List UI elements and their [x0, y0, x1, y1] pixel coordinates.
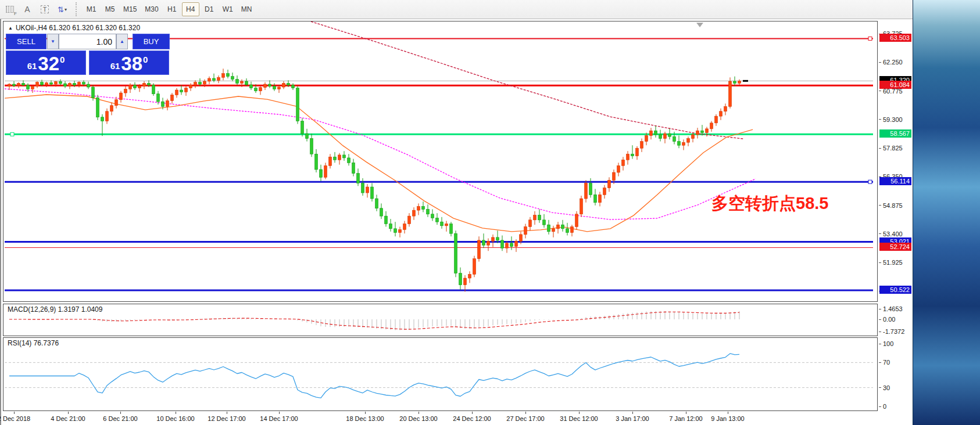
candle-body	[534, 215, 537, 219]
macd-pane[interactable]: MACD(12,26,9) 1.3197 1.0409	[3, 304, 878, 336]
price-badge-58.567: 58.567	[879, 129, 911, 138]
timeframe-M30[interactable]: M30	[141, 2, 162, 16]
price-axis[interactable]: 63.72562.25060.77559.30057.82556.35054.8…	[879, 21, 913, 411]
text-label-icon[interactable]: A	[20, 2, 35, 16]
candle-body	[636, 148, 639, 156]
candle-body	[496, 237, 499, 240]
price-tick: 51.925	[879, 258, 911, 266]
sell-price-button[interactable]: 61 32 0	[6, 51, 86, 75]
candle-body	[557, 225, 560, 229]
candle-body	[468, 274, 471, 278]
candle-body	[538, 215, 541, 219]
text-box-icon[interactable]: T	[37, 2, 52, 16]
collapse-icon[interactable]: ▲	[8, 26, 13, 31]
timeframe-M1[interactable]: M1	[83, 2, 100, 16]
volume-decrease-button[interactable]: ▼	[47, 34, 59, 49]
price-tick: 59.300	[879, 116, 911, 124]
candle-body	[22, 83, 25, 85]
candle-body	[650, 131, 653, 135]
time-axis[interactable]: 2 Dec 20184 Dec 21:006 Dec 21:0010 Dec 1…	[3, 412, 878, 425]
candle-body	[431, 214, 434, 218]
candle-body	[87, 84, 90, 87]
candle-body	[585, 183, 588, 199]
candle-body	[450, 224, 453, 233]
line-handle[interactable]	[868, 180, 872, 183]
candle-body	[73, 83, 76, 85]
candles	[8, 69, 741, 291]
candle-body	[603, 188, 606, 195]
rsi-axis-tick: 100	[879, 340, 911, 348]
arrange-icon[interactable]: ⇅▾	[55, 2, 70, 16]
line-handle[interactable]	[10, 132, 14, 136]
candle-body	[287, 83, 290, 85]
window-left-edge	[0, 19, 1, 425]
candle-body	[231, 77, 234, 80]
candle-body	[296, 88, 299, 121]
candle-body	[236, 80, 239, 84]
candle-body	[217, 77, 220, 80]
volume-increase-button[interactable]: ▲	[116, 34, 128, 49]
time-tick	[279, 412, 280, 414]
timeframe-M5[interactable]: M5	[101, 2, 119, 16]
timeframe-H1[interactable]: H1	[163, 2, 181, 16]
chart-shift-marker[interactable]	[696, 23, 703, 27]
candle-body	[185, 88, 188, 92]
timeframe-W1[interactable]: W1	[219, 2, 237, 16]
buy-button[interactable]: BUY	[133, 34, 170, 49]
volume-input[interactable]	[59, 34, 116, 49]
candle-body	[678, 142, 681, 146]
candle-body	[41, 82, 44, 85]
candle-body	[273, 86, 276, 89]
time-label: 4 Dec 21:00	[51, 415, 85, 422]
candle-body	[157, 94, 160, 102]
macd-chart	[3, 304, 877, 336]
sell-price-big: 32	[38, 55, 59, 73]
candle-body	[701, 131, 704, 132]
candle-body	[320, 170, 323, 177]
candle-body	[594, 195, 597, 202]
time-tick	[14, 412, 15, 414]
rsi-axis-tick: 70	[879, 358, 911, 366]
sell-button[interactable]: SELL	[6, 34, 47, 49]
candle-body	[227, 74, 230, 77]
candle-body	[413, 210, 416, 216]
time-label: 12 Dec 17:00	[208, 415, 245, 422]
rsi-chart	[3, 338, 877, 410]
chart-title-text: UKOil-,H4 61.320 61.320 61.320 61.320	[16, 24, 140, 32]
candle-body	[255, 88, 257, 91]
candle-body	[315, 154, 318, 170]
candle-body	[27, 85, 30, 89]
candle-body	[171, 95, 174, 100]
buy-price-button[interactable]: 61 38 0	[89, 51, 169, 75]
time-tick	[525, 412, 526, 414]
line-handle[interactable]	[868, 37, 872, 40]
candle-body	[482, 240, 485, 245]
figure-grid-icon[interactable]: F	[2, 2, 17, 16]
toolbar-separator	[76, 2, 78, 16]
timeframe-H4[interactable]: H4	[182, 2, 199, 16]
candle-body	[441, 222, 443, 226]
price-chart-pane[interactable]: ▲ UKOil-,H4 61.320 61.320 61.320 61.320 …	[3, 21, 878, 302]
candle-body	[394, 229, 397, 233]
timeframe-M15[interactable]: M15	[120, 2, 140, 16]
candle-body	[729, 81, 732, 106]
candle-body	[455, 233, 457, 273]
candle-body	[194, 82, 197, 85]
candle-body	[399, 230, 402, 233]
time-tick	[632, 412, 633, 414]
rsi-pane[interactable]: RSI(14) 76.7376	[3, 337, 878, 411]
macd-axis-tick: 1.4653	[879, 305, 911, 313]
timeframe-D1[interactable]: D1	[201, 2, 218, 16]
buy-price-big: 38	[121, 55, 142, 73]
candle-body	[59, 82, 62, 84]
candle-body	[543, 220, 546, 225]
rsi-axis-tick: 0	[879, 402, 911, 410]
candle-body	[599, 195, 602, 202]
candle-body	[417, 206, 420, 210]
candle-body	[143, 83, 146, 86]
candle-body	[720, 111, 723, 116]
toolbar: F A T ⇅▾ M1M5M15M30H1H4D1W1MN	[0, 0, 913, 19]
timeframe-MN[interactable]: MN	[238, 2, 256, 16]
candle-body	[343, 155, 346, 158]
candle-body	[148, 83, 151, 85]
